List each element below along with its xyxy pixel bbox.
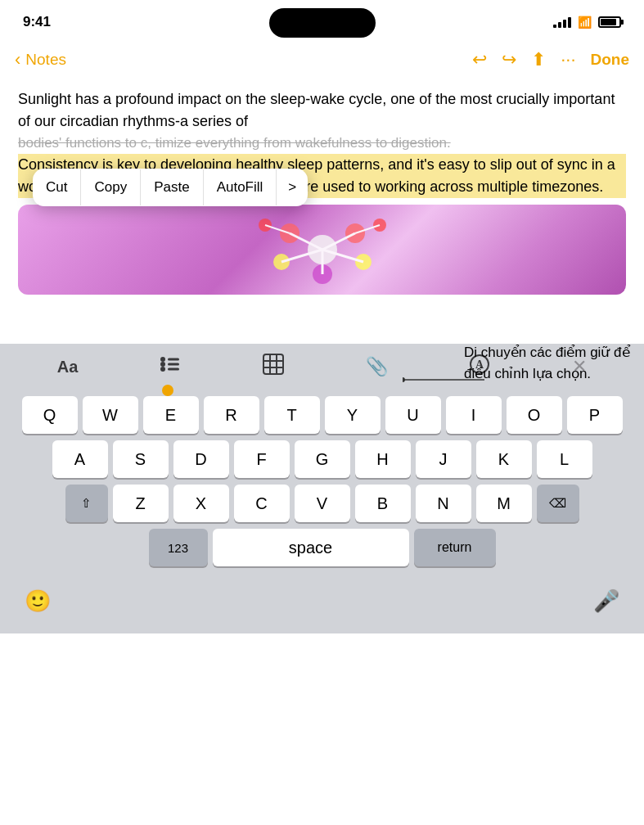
attach-button[interactable]: 📎 xyxy=(366,356,388,377)
key-a[interactable]: A xyxy=(52,440,108,478)
key-z[interactable]: Z xyxy=(113,485,169,522)
annotation-line xyxy=(403,372,484,388)
signal-bar-3 xyxy=(563,20,566,28)
table-button[interactable] xyxy=(263,354,284,380)
svg-point-17 xyxy=(160,357,165,362)
key-o[interactable]: O xyxy=(507,396,562,434)
microphone-button[interactable]: 🎤 xyxy=(593,588,619,614)
note-text[interactable]: Sunlight has a profound impact on the sl… xyxy=(18,88,626,133)
key-l[interactable]: L xyxy=(537,440,592,478)
svg-point-1 xyxy=(403,377,405,382)
nav-actions: ↩ ↪ ⬆ ··· Done xyxy=(472,49,629,70)
context-menu: Cut Copy Paste AutoFill > xyxy=(33,169,308,206)
note-text-middle: bodies' functions to c, timize everythin… xyxy=(18,133,626,154)
selection-handle[interactable] xyxy=(162,385,173,396)
key-q[interactable]: Q xyxy=(22,396,78,434)
key-m[interactable]: M xyxy=(476,485,532,522)
signal-bars xyxy=(553,16,571,28)
shift-key[interactable]: ⇧ xyxy=(65,485,108,522)
svg-point-19 xyxy=(160,367,165,372)
key-h[interactable]: H xyxy=(355,440,411,478)
key-f[interactable]: F xyxy=(234,440,290,478)
done-button[interactable]: Done xyxy=(591,51,630,69)
space-key[interactable]: space xyxy=(213,529,409,566)
key-c[interactable]: C xyxy=(234,485,290,522)
key-p[interactable]: P xyxy=(567,396,623,434)
key-g[interactable]: G xyxy=(295,440,350,478)
molecule-image xyxy=(216,209,429,291)
numbers-key[interactable]: 123 xyxy=(149,529,208,566)
keyboard-row-2: A S D F G H J K L xyxy=(3,440,641,478)
status-icons: 📶 xyxy=(553,16,621,29)
more-button[interactable]: ··· xyxy=(561,49,575,70)
key-i[interactable]: I xyxy=(446,396,502,434)
key-j[interactable]: J xyxy=(416,440,471,478)
paste-button[interactable]: Paste xyxy=(141,169,203,205)
cut-button[interactable]: Cut xyxy=(33,169,81,205)
nav-back-button[interactable]: ‹ Notes xyxy=(15,49,472,70)
note-text-of: of xyxy=(236,113,248,129)
note-text-before: Sunlight has a profound impact on the sl… xyxy=(18,91,615,129)
bottom-bar: 🙂 🎤 xyxy=(0,576,644,633)
key-u[interactable]: U xyxy=(385,396,441,434)
note-image xyxy=(18,205,626,295)
back-chevron-icon: ‹ xyxy=(15,49,20,70)
emoji-button[interactable]: 🙂 xyxy=(25,588,51,614)
key-x[interactable]: X xyxy=(173,485,229,522)
return-key[interactable]: return xyxy=(414,529,496,566)
delete-key[interactable]: ⌫ xyxy=(537,485,579,522)
annotation-text: Di chuyển các điểm giữ để điều chỉnh lựa… xyxy=(464,342,636,384)
key-w[interactable]: W xyxy=(83,396,138,434)
svg-point-18 xyxy=(160,362,165,367)
key-v[interactable]: V xyxy=(295,485,350,522)
signal-bar-4 xyxy=(568,17,571,28)
key-b[interactable]: B xyxy=(355,485,411,522)
key-e[interactable]: E xyxy=(143,396,199,434)
nav-bar: ‹ Notes ↩ ↪ ⬆ ··· Done xyxy=(0,39,644,80)
redo-button[interactable]: ↪ xyxy=(502,49,516,70)
list-button[interactable] xyxy=(160,355,181,378)
battery-icon xyxy=(598,16,621,28)
share-button[interactable]: ⬆ xyxy=(531,49,546,70)
keyboard: Q W E R T Y U I O P A S D F G H J K L ⇧ … xyxy=(0,390,644,576)
more-options-button[interactable]: > xyxy=(277,169,308,205)
key-y[interactable]: Y xyxy=(325,396,381,434)
copy-button[interactable]: Copy xyxy=(81,169,141,205)
format-text-button[interactable]: Aa xyxy=(57,358,79,376)
note-content-area: Sunlight has a profound impact on the sl… xyxy=(0,80,644,342)
svg-rect-23 xyxy=(263,354,283,374)
autofill-button[interactable]: AutoFill xyxy=(204,169,277,205)
nav-back-label: Notes xyxy=(25,51,66,69)
svg-rect-22 xyxy=(168,368,179,371)
keyboard-row-3: ⇧ Z X C V B N M ⌫ xyxy=(3,485,641,522)
key-d[interactable]: D xyxy=(173,440,229,478)
dynamic-island xyxy=(269,8,376,38)
signal-bar-2 xyxy=(558,22,561,28)
key-n[interactable]: N xyxy=(416,485,471,522)
wifi-icon: 📶 xyxy=(578,16,592,29)
key-r[interactable]: R xyxy=(204,396,259,434)
key-s[interactable]: S xyxy=(113,440,169,478)
svg-rect-20 xyxy=(168,358,179,361)
keyboard-row-1: Q W E R T Y U I O P xyxy=(3,396,641,434)
key-t[interactable]: T xyxy=(264,396,320,434)
undo-button[interactable]: ↩ xyxy=(472,49,487,70)
keyboard-row-4: 123 space return xyxy=(3,529,641,566)
svg-rect-21 xyxy=(168,363,179,366)
signal-bar-1 xyxy=(553,25,556,28)
status-time: 9:41 xyxy=(23,14,51,30)
battery-fill xyxy=(601,19,616,25)
status-bar: 9:41 📶 xyxy=(0,0,644,39)
key-k[interactable]: K xyxy=(476,440,532,478)
